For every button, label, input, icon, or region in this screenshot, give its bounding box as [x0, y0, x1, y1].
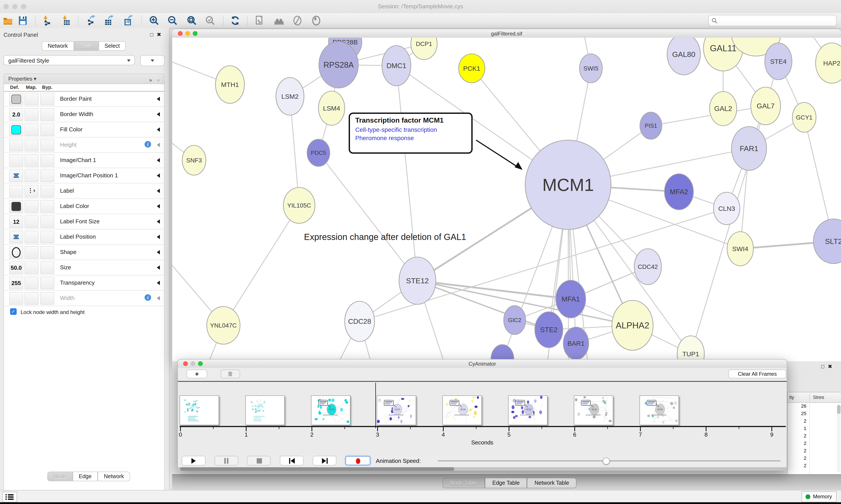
expand-property-icon[interactable]	[157, 219, 160, 224]
mapping-value-cell[interactable]	[24, 277, 38, 289]
frame-thumbnail-7s[interactable]: MCM	[640, 395, 679, 425]
expand-property-icon[interactable]	[157, 250, 160, 254]
network-node-YNL047C[interactable]: YNL047C	[207, 307, 240, 344]
mapping-value-cell[interactable]	[24, 139, 38, 151]
network-node-MCM1[interactable]: MCM1	[525, 140, 611, 230]
collapse-all-icon[interactable]: «	[157, 75, 160, 85]
expand-property-icon[interactable]	[157, 204, 160, 209]
network-node-STE12[interactable]: STE12	[399, 257, 436, 304]
node-table-header[interactable]: ity Stres	[788, 392, 841, 403]
network-node-PDC5[interactable]: PDC5	[307, 139, 330, 166]
lock-node-size-checkbox[interactable]: ✓	[10, 308, 17, 315]
mapping-value-cell[interactable]	[24, 262, 38, 274]
property-row-label-font-size[interactable]: 12Label Font Size	[4, 214, 164, 230]
expand-property-icon[interactable]	[157, 112, 160, 116]
network-node-HAP2[interactable]: HAP2	[816, 43, 841, 83]
record-button[interactable]	[345, 456, 371, 466]
default-value-cell[interactable]	[9, 231, 23, 244]
mapping-value-cell[interactable]	[24, 93, 38, 106]
frame-thumbnail-6s[interactable]: MCM	[574, 395, 613, 425]
property-row-label[interactable]: ⋮›Label	[4, 183, 164, 199]
stop-button[interactable]	[247, 456, 271, 466]
zoom-selected-icon[interactable]	[205, 15, 215, 26]
network-node-BAR1[interactable]: BAR1	[563, 327, 589, 360]
add-frame-button[interactable]: +	[186, 370, 207, 378]
table-panel-window-icons[interactable]: □✖	[821, 363, 836, 370]
expand-property-icon[interactable]	[157, 97, 160, 101]
expand-property-icon[interactable]	[157, 127, 160, 132]
frame-thumbnail-1s[interactable]	[245, 395, 285, 425]
table-row[interactable]: 25	[788, 410, 841, 418]
frame-thumbnail-3s[interactable]: MCM	[377, 395, 416, 425]
expand-property-icon[interactable]	[157, 158, 160, 162]
play-button[interactable]	[182, 456, 205, 466]
network-node-SWI5[interactable]: SWI5	[579, 54, 602, 83]
save-session-icon[interactable]	[18, 15, 28, 26]
binoculars-icon[interactable]	[274, 15, 284, 26]
network-node-FAR1[interactable]: FAR1	[732, 127, 767, 170]
default-value-cell[interactable]: 2.0	[9, 108, 23, 121]
network-node-LSM4[interactable]: LSM4	[319, 91, 345, 125]
network-canvas[interactable]: RPS28BDCP1RPS28ADMC1PCK1SWI5GAL80GAL11ST…	[172, 38, 841, 361]
mapping-value-cell[interactable]	[24, 292, 38, 305]
property-row-size[interactable]: 50.0Size	[4, 260, 164, 275]
network-node-LSM2[interactable]: LSM2	[276, 77, 304, 115]
open-session-icon[interactable]	[3, 15, 13, 26]
export-image-icon[interactable]	[123, 15, 133, 26]
network-node-SLT2[interactable]: SLT2	[813, 219, 841, 264]
bypass-value-cell[interactable]	[40, 246, 54, 259]
property-row-image-chart-1[interactable]: Image/Chart 1	[4, 153, 164, 168]
delete-frame-button[interactable]: 🗑	[221, 370, 240, 378]
default-value-cell[interactable]	[9, 169, 23, 182]
task-history-button[interactable]	[2, 492, 17, 502]
network-node-STE4[interactable]: STE4	[765, 43, 792, 80]
slider-handle[interactable]	[603, 457, 609, 465]
default-value-cell[interactable]	[9, 185, 23, 197]
table-row[interactable]: 2	[788, 455, 841, 463]
table-row[interactable]: 2	[788, 433, 841, 440]
network-node-CLN3[interactable]: CLN3	[714, 192, 740, 224]
mapping-value-cell[interactable]	[24, 154, 38, 167]
default-value-cell[interactable]	[9, 124, 23, 136]
table-row[interactable]: 2	[788, 418, 841, 425]
expand-property-icon[interactable]	[157, 235, 160, 239]
control-panel-window-icons[interactable]: □✖	[150, 32, 165, 38]
frames-timeline[interactable]: Seconds 0123456789MCMMCMMCMMCMMCMMCM	[178, 382, 787, 456]
tab-select[interactable]: Select	[99, 41, 126, 51]
expand-all-icon[interactable]: »	[149, 75, 152, 85]
expand-property-icon[interactable]	[157, 143, 160, 147]
clipboard-network-icon[interactable]	[254, 15, 265, 26]
tab-node-table[interactable]: Node Table	[442, 478, 485, 488]
network-node-GIC2[interactable]: GIC2	[504, 306, 526, 335]
tab-edge-table[interactable]: Edge Table	[485, 478, 527, 488]
network-node-ALPHA2[interactable]: ALPHA2	[612, 300, 653, 350]
import-table-icon[interactable]	[61, 15, 72, 26]
show-details-icon[interactable]	[311, 15, 322, 26]
network-node-PIS1[interactable]: PIS1	[640, 112, 662, 139]
network-node-RPS28A[interactable]: RPS28A	[319, 41, 358, 88]
tab-network[interactable]: Network	[98, 472, 130, 481]
frame-thumbnail-0s[interactable]	[180, 395, 219, 425]
bypass-value-cell[interactable]	[40, 93, 54, 106]
network-node-CDC28[interactable]: CDC28	[345, 301, 375, 342]
property-row-width[interactable]: Widthi	[4, 291, 164, 306]
annotation-link[interactable]: Cell-type-specific transcription	[355, 126, 471, 133]
bypass-value-cell[interactable]	[40, 154, 54, 167]
zoom-in-icon[interactable]	[149, 15, 159, 26]
bypass-value-cell[interactable]	[40, 292, 54, 305]
bypass-value-cell[interactable]	[40, 200, 54, 213]
network-node-GAL7[interactable]: GAL7	[751, 87, 781, 125]
table-row[interactable]: 2	[788, 440, 841, 448]
tab-edge[interactable]: Edge	[73, 472, 98, 481]
network-node-SNF3[interactable]: SNF3	[182, 145, 206, 175]
pause-button[interactable]	[215, 456, 238, 466]
expand-property-icon[interactable]	[157, 281, 160, 285]
property-row-border-width[interactable]: 2.0Border Width	[4, 107, 164, 122]
bypass-value-cell[interactable]	[40, 231, 54, 244]
expand-property-icon[interactable]	[157, 189, 160, 193]
network-node-DCP1[interactable]: DCP1	[411, 38, 437, 59]
network-node-YIL105C[interactable]: YIL105C	[283, 187, 315, 223]
network-node-DMC1[interactable]: DMC1	[382, 46, 411, 86]
properties-header[interactable]: Properties ▾ » «	[4, 74, 164, 84]
property-row-transparency[interactable]: 255Transparency	[4, 275, 164, 291]
